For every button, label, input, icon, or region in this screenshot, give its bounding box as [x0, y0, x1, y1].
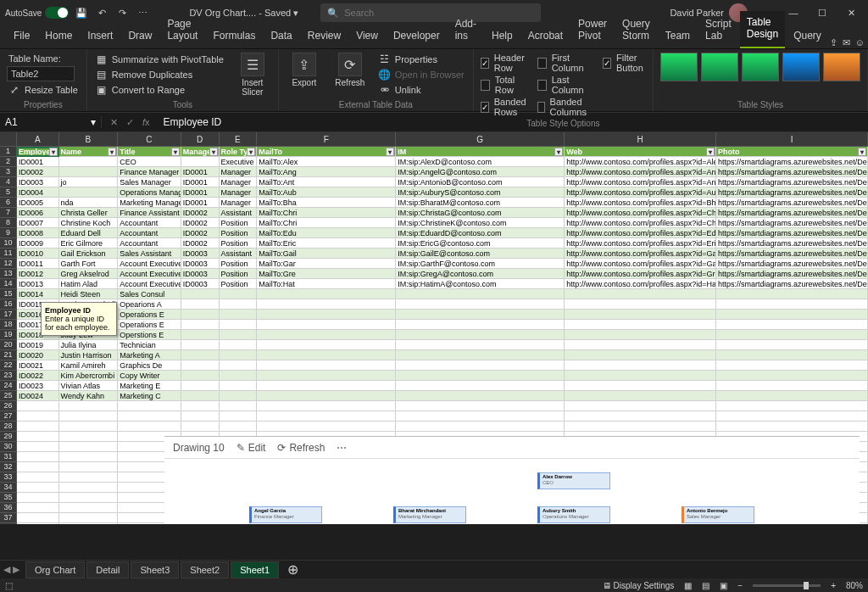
empty-cell[interactable]	[257, 401, 396, 411]
refresh-button[interactable]: ⟳Refresh	[331, 53, 369, 87]
table-cell[interactable]: https://smartdiagrams.azurewebsites.net/…	[716, 218, 868, 228]
table-cell[interactable]	[220, 350, 258, 360]
table-cell[interactable]: Accountant	[118, 218, 181, 228]
sheet-nav-arrows[interactable]: ◀ ▶	[3, 564, 19, 575]
resize-table-button[interactable]: ⤢Resize Table	[7, 83, 80, 97]
column-header[interactable]: B	[59, 132, 119, 147]
filter-dropdown-icon[interactable]: ▾	[209, 148, 218, 156]
empty-cell[interactable]	[716, 411, 868, 422]
table-cell[interactable]: https://smartdiagrams.azurewebsites.net/…	[716, 208, 868, 218]
empty-cell[interactable]	[118, 401, 181, 411]
row-header[interactable]: 29	[0, 432, 17, 442]
table-cell[interactable]: Wendy Kahn	[59, 391, 119, 401]
table-cell[interactable]	[181, 320, 220, 330]
row-header[interactable]: 32	[0, 462, 17, 472]
table-cell[interactable]	[565, 350, 716, 360]
row-header[interactable]: 19	[0, 330, 17, 340]
table-cell[interactable]: IM:sip:ChristineK@contoso.com	[396, 218, 565, 228]
table-cell[interactable]	[565, 310, 716, 320]
qat-more-icon[interactable]: ⋯	[135, 5, 150, 20]
table-cell[interactable]	[59, 167, 119, 177]
tab-help[interactable]: Help	[485, 25, 520, 48]
table-cell[interactable]	[716, 330, 868, 340]
table-cell[interactable]	[565, 289, 716, 299]
empty-cell[interactable]	[17, 503, 59, 513]
style-swatch[interactable]	[660, 53, 698, 81]
fx-icon[interactable]: fx	[142, 117, 150, 128]
table-cell[interactable]: ID0023	[17, 381, 59, 391]
table-cell[interactable]: ID0003	[181, 279, 220, 289]
zoom-slider[interactable]	[753, 584, 821, 587]
table-cell[interactable]	[220, 360, 258, 371]
header-row-checkbox[interactable]: Header Row	[481, 53, 529, 73]
table-cell[interactable]	[716, 310, 868, 320]
table-cell[interactable]	[396, 299, 565, 310]
table-cell[interactable]: http://www.contoso.com/profiles.aspx?id=…	[565, 167, 716, 177]
table-header-cell[interactable]: Role Ty▾	[220, 147, 258, 157]
zoom-out-icon[interactable]: −	[737, 581, 743, 590]
table-cell[interactable]	[181, 350, 220, 360]
table-cell[interactable]: Marketing C	[118, 391, 181, 401]
cancel-formula-icon[interactable]: ✕	[110, 117, 118, 128]
table-cell[interactable]	[220, 371, 258, 381]
empty-cell[interactable]	[716, 422, 868, 432]
row-header[interactable]: 28	[0, 422, 17, 432]
table-cell[interactable]: Gail Erickson	[59, 249, 119, 259]
filter-dropdown-icon[interactable]: ▾	[706, 148, 715, 156]
table-cell[interactable]	[181, 310, 220, 320]
table-cell[interactable]: ID0008	[17, 228, 59, 238]
table-cell[interactable]: Marketing Manager	[118, 198, 181, 208]
table-cell[interactable]: Kim Abercrombi	[59, 371, 119, 381]
table-cell[interactable]: Position	[220, 238, 258, 249]
row-header[interactable]: 15	[0, 289, 17, 299]
table-cell[interactable]	[716, 350, 868, 360]
table-cell[interactable]	[565, 330, 716, 340]
empty-cell[interactable]	[118, 411, 181, 422]
row-header[interactable]: 4	[0, 177, 17, 187]
table-cell[interactable]: MailTo:Ant	[257, 177, 396, 187]
tab-power-pivot[interactable]: Power Pivot	[571, 13, 614, 48]
row-header[interactable]: 13	[0, 269, 17, 279]
empty-cell[interactable]	[59, 462, 119, 472]
org-node[interactable]: Bharat MirchandaniMarketing Manager	[393, 506, 466, 523]
unlink-button[interactable]: ⚮Unlink	[377, 83, 466, 97]
record-icon[interactable]: ⬚	[5, 581, 13, 590]
table-cell[interactable]	[565, 360, 716, 371]
table-cell[interactable]	[565, 320, 716, 330]
table-cell[interactable]: ID0001	[17, 157, 59, 167]
table-cell[interactable]: Manager	[220, 198, 258, 208]
row-header[interactable]: 5	[0, 187, 17, 198]
table-cell[interactable]	[220, 391, 258, 401]
table-cell[interactable]	[181, 391, 220, 401]
row-header[interactable]: 27	[0, 411, 17, 422]
table-cell[interactable]	[257, 340, 396, 350]
table-cell[interactable]: Finance Assistant	[118, 208, 181, 218]
row-header[interactable]: 31	[0, 452, 17, 462]
table-cell[interactable]: ID0003	[181, 269, 220, 279]
table-cell[interactable]: ID0024	[17, 391, 59, 401]
remove-duplicates-button[interactable]: ▤Remove Duplicates	[94, 68, 225, 81]
banded-rows-checkbox[interactable]: Banded Rows	[481, 97, 529, 117]
table-cell[interactable]: MailTo:Eric	[257, 238, 396, 249]
display-settings-button[interactable]: 🖥 Display Settings	[603, 581, 674, 590]
table-cell[interactable]: http://www.contoso.com/profiles.aspx?id=…	[565, 157, 716, 167]
view-normal-icon[interactable]: ▦	[684, 581, 692, 590]
column-header[interactable]: D	[181, 132, 220, 147]
tab-file[interactable]: File	[7, 25, 36, 48]
row-header[interactable]: 34	[0, 483, 17, 493]
tab-insert[interactable]: Insert	[81, 25, 120, 48]
table-cell[interactable]	[59, 187, 119, 198]
last-column-checkbox[interactable]: Last Column	[537, 75, 594, 95]
formula-input[interactable]: Employee ID	[159, 116, 868, 128]
total-row-checkbox[interactable]: Total Row	[481, 75, 529, 95]
insert-slicer-button[interactable]: ☰ Insert Slicer	[234, 53, 271, 97]
summarize-pivot-button[interactable]: ▦Summarize with PivotTable	[94, 53, 225, 66]
table-cell[interactable]: IM:sip:GregA@contoso.com	[396, 269, 565, 279]
table-cell[interactable]: Copy Writer	[118, 371, 181, 381]
tab-page-layout[interactable]: Page Layout	[160, 13, 204, 48]
row-header[interactable]: 2	[0, 157, 17, 167]
empty-cell[interactable]	[59, 432, 119, 442]
row-header[interactable]: 1	[0, 147, 17, 157]
style-swatch[interactable]	[823, 53, 860, 81]
empty-cell[interactable]	[17, 493, 59, 503]
